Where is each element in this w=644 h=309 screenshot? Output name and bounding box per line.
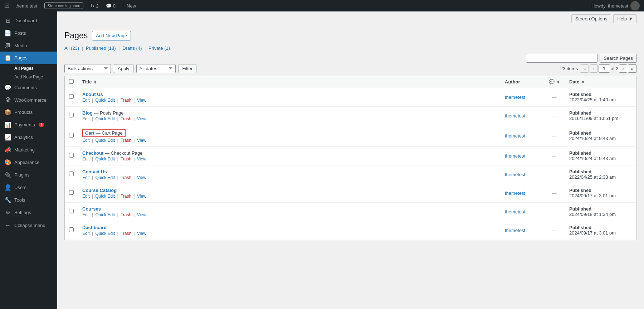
screen-options-button[interactable]: Screen Options xyxy=(571,14,611,23)
th-title[interactable]: Title ⬍ xyxy=(78,76,501,88)
action-trash-blog[interactable]: Trash xyxy=(121,116,131,121)
search-pages-input[interactable] xyxy=(526,54,597,63)
next-page-button[interactable]: › xyxy=(619,64,627,73)
page-title-cart[interactable]: Cart xyxy=(85,130,94,136)
sidebar-item-tools[interactable]: 🔧 Tools xyxy=(0,194,57,206)
action-quick-edit-dashboard-page[interactable]: Quick Edit xyxy=(95,231,115,236)
action-trash-dashboard-page[interactable]: Trash xyxy=(121,231,131,236)
page-title-course-catalog[interactable]: Course Catalog xyxy=(82,188,117,193)
sidebar-item-woocommerce[interactable]: Ⓦ WooCommerce xyxy=(0,94,57,106)
comments-icon[interactable]: 💬 0 xyxy=(103,3,118,9)
select-all-checkbox[interactable] xyxy=(69,79,74,84)
action-view-checkout[interactable]: View xyxy=(137,156,146,161)
filter-button[interactable]: Filter xyxy=(179,64,197,73)
action-trash-course-catalog[interactable]: Trash xyxy=(121,194,131,199)
action-edit-about-us[interactable]: Edit xyxy=(82,98,90,103)
first-page-button[interactable]: « xyxy=(580,64,589,73)
action-view-blog[interactable]: View xyxy=(137,116,146,121)
action-quick-edit-contact-us[interactable]: Quick Edit xyxy=(95,175,115,180)
action-view-contact-us[interactable]: View xyxy=(137,175,146,180)
action-trash-courses[interactable]: Trash xyxy=(121,212,131,217)
sidebar-item-appearance[interactable]: 🎨 Appearance xyxy=(0,156,57,169)
filter-drafts[interactable]: Drafts (4) xyxy=(122,45,142,51)
sidebar-item-products[interactable]: 📦 Products xyxy=(0,106,57,119)
action-quick-edit-checkout[interactable]: Quick Edit xyxy=(95,156,115,161)
prev-page-button[interactable]: ‹ xyxy=(590,64,597,73)
action-view-courses[interactable]: View xyxy=(137,212,146,217)
action-view-about-us[interactable]: View xyxy=(137,98,146,103)
row-checkbox-courses[interactable] xyxy=(69,209,74,213)
row-checkbox-cart[interactable] xyxy=(69,133,74,137)
action-view-cart[interactable]: View xyxy=(137,138,146,143)
page-number-input[interactable] xyxy=(599,64,610,73)
filter-all[interactable]: All (23) xyxy=(64,45,79,51)
action-edit-dashboard-page[interactable]: Edit xyxy=(82,231,90,236)
page-title-about-us[interactable]: About Us xyxy=(82,92,103,97)
action-trash-cart[interactable]: Trash xyxy=(121,138,131,143)
bulk-actions-select[interactable]: Bulk actions Edit Move to Trash xyxy=(64,64,111,73)
sidebar-item-payments[interactable]: 📊 Payments 1 xyxy=(0,119,57,131)
th-date[interactable]: Date ⬍ xyxy=(565,76,636,88)
author-blog[interactable]: themetest xyxy=(505,113,525,119)
action-edit-cart[interactable]: Edit xyxy=(82,138,90,143)
new-item[interactable]: + New xyxy=(120,3,139,9)
site-name[interactable]: theme test xyxy=(13,3,40,9)
author-dashboard-page[interactable]: themetest xyxy=(505,228,525,233)
action-trash-checkout[interactable]: Trash xyxy=(121,156,131,161)
row-checkbox-checkout[interactable] xyxy=(69,153,74,158)
page-title-contact-us[interactable]: Contact Us xyxy=(82,169,107,174)
sidebar-subitem-all-pages[interactable]: All Pages xyxy=(0,64,57,73)
action-edit-checkout[interactable]: Edit xyxy=(82,156,90,161)
sidebar-item-media[interactable]: 🖼 Media xyxy=(0,39,57,52)
row-checkbox-dashboard-page[interactable] xyxy=(69,227,74,232)
apply-button[interactable]: Apply xyxy=(114,64,133,73)
collapse-menu[interactable]: ← Collapse menu xyxy=(0,219,57,231)
action-view-dashboard-page[interactable]: View xyxy=(137,231,146,236)
sidebar-subitem-add-new-page[interactable]: Add New Page xyxy=(0,73,57,81)
action-edit-course-catalog[interactable]: Edit xyxy=(82,194,90,199)
action-quick-edit-about-us[interactable]: Quick Edit xyxy=(95,98,115,103)
page-title-dashboard-page[interactable]: Dashboard xyxy=(82,225,107,230)
action-quick-edit-course-catalog[interactable]: Quick Edit xyxy=(95,194,115,199)
help-button[interactable]: Help ▼ xyxy=(613,14,637,23)
dates-select[interactable]: All dates 2024/10 2024/09 2022/04 2016/1… xyxy=(136,64,176,73)
sidebar-item-settings[interactable]: ⚙ Settings xyxy=(0,206,57,219)
action-trash-contact-us[interactable]: Trash xyxy=(121,175,131,180)
sidebar-item-dashboard[interactable]: ⊞ Dashboard xyxy=(0,14,57,27)
th-comments[interactable]: 💬 ⬍ xyxy=(543,76,565,88)
row-checkbox-blog[interactable] xyxy=(69,113,74,117)
search-pages-button[interactable]: Search Pages xyxy=(600,54,637,63)
last-page-button[interactable]: » xyxy=(628,64,637,73)
action-edit-contact-us[interactable]: Edit xyxy=(82,175,90,180)
author-contact-us[interactable]: themetest xyxy=(505,172,525,177)
author-checkout[interactable]: themetest xyxy=(505,153,525,159)
action-trash-about-us[interactable]: Trash xyxy=(121,98,131,103)
sidebar-item-marketing[interactable]: 📣 Marketing xyxy=(0,144,57,156)
filter-private[interactable]: Private (1) xyxy=(148,45,170,51)
action-edit-blog[interactable]: Edit xyxy=(82,116,90,121)
author-cart[interactable]: themetest xyxy=(505,133,525,139)
sidebar-item-comments[interactable]: 💬 Comments xyxy=(0,81,57,94)
sidebar-item-users[interactable]: 👤 Users xyxy=(0,181,57,194)
action-view-course-catalog[interactable]: View xyxy=(137,194,146,199)
page-title-blog[interactable]: Blog xyxy=(82,110,93,116)
sidebar-item-analytics[interactable]: 📈 Analytics xyxy=(0,131,57,144)
author-courses[interactable]: themetest xyxy=(505,209,525,214)
sidebar-item-posts[interactable]: 📄 Posts xyxy=(0,27,57,39)
action-quick-edit-courses[interactable]: Quick Edit xyxy=(95,212,115,217)
row-checkbox-contact-us[interactable] xyxy=(69,172,74,176)
action-edit-courses[interactable]: Edit xyxy=(82,212,90,217)
add-new-page-button[interactable]: Add New Page xyxy=(92,31,131,40)
updates-icon[interactable]: ↻ 2 xyxy=(88,3,101,9)
author-about-us[interactable]: themetest xyxy=(505,95,525,100)
row-checkbox-course-catalog[interactable] xyxy=(69,190,74,195)
sidebar-item-pages[interactable]: 📋 Pages xyxy=(0,52,57,64)
wp-logo-icon[interactable]: ⊞ xyxy=(4,2,10,10)
action-quick-edit-cart[interactable]: Quick Edit xyxy=(95,138,115,143)
author-course-catalog[interactable]: themetest xyxy=(505,190,525,196)
action-quick-edit-blog[interactable]: Quick Edit xyxy=(95,116,115,121)
row-checkbox-about-us[interactable] xyxy=(69,94,74,99)
sidebar-item-plugins[interactable]: 🔌 Plugins xyxy=(0,169,57,181)
page-title-checkout[interactable]: Checkout xyxy=(82,150,103,156)
page-title-courses[interactable]: Courses xyxy=(82,206,101,212)
